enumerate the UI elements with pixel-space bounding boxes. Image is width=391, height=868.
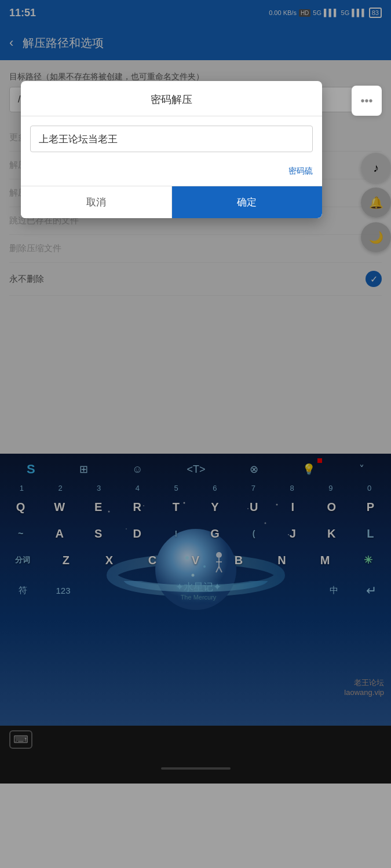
three-dots-icon: ••• (360, 94, 372, 108)
confirm-button[interactable]: 确定 (172, 186, 323, 218)
password-input[interactable] (30, 126, 313, 152)
password-dialog: 密码解压 密码硫 取消 确定 (21, 81, 322, 218)
password-hint[interactable]: 密码硫 (21, 161, 322, 186)
dialog-title-divider (21, 116, 322, 116)
dialog-buttons: 取消 确定 (21, 186, 322, 218)
dialog-input-area (21, 123, 322, 161)
cancel-button[interactable]: 取消 (21, 186, 172, 218)
three-dots-button[interactable]: ••• (352, 86, 382, 116)
dialog-title: 密码解压 (21, 81, 322, 116)
